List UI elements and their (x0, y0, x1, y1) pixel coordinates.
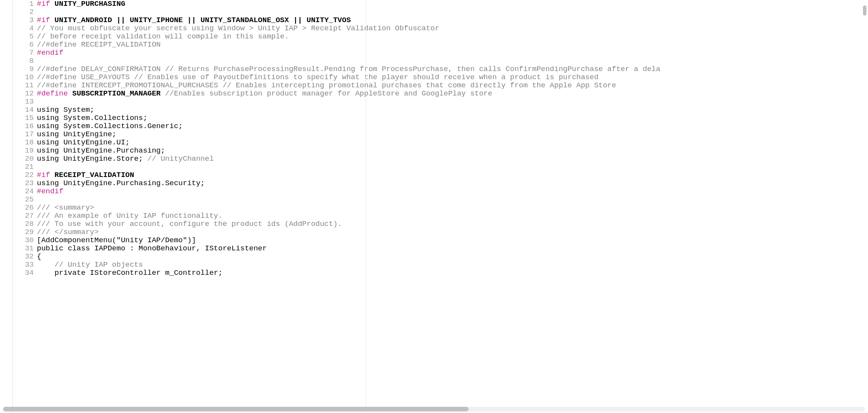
line-number: 32 (13, 253, 34, 261)
line-number: 23 (13, 179, 34, 187)
code-line[interactable]: /// <summary> (37, 204, 868, 212)
code-content[interactable]: #if UNITY_PURCHASING #if UNITY_ANDROID |… (37, 0, 868, 413)
line-number: 20 (13, 155, 34, 163)
code-line[interactable]: //#define DELAY_CONFIRMATION // Returns … (37, 65, 868, 73)
code-token: UNITY_ANDROID || UNITY_IPHONE || UNITY_S… (50, 16, 351, 24)
line-number: 9 (13, 65, 34, 73)
code-token: //Enables subscription product manager f… (165, 89, 493, 98)
line-number: 5 (13, 33, 34, 41)
line-number: 8 (13, 57, 34, 65)
code-token: /// An example of Unity IAP functionalit… (37, 212, 223, 220)
code-token: // You must obfuscate your secrets using… (37, 24, 439, 33)
code-line[interactable] (37, 8, 868, 16)
line-number: 26 (13, 204, 34, 212)
code-line[interactable]: [AddComponentMenu("Unity IAP/Demo")] (37, 236, 868, 245)
code-token: UNITY_PURCHASING (50, 0, 125, 8)
code-token: //#define RECEIPT_VALIDATION (37, 40, 161, 49)
line-number: 31 (13, 245, 34, 253)
code-line[interactable]: // You must obfuscate your secrets using… (37, 24, 868, 33)
code-line[interactable]: using UnityEngine.Store; // UnityChannel (37, 155, 868, 163)
code-line[interactable]: //#define INTERCEPT_PROMOTIONAL_PURCHASE… (37, 82, 868, 90)
code-line[interactable]: #endif (37, 187, 868, 196)
code-token: RECEIPT_VALIDATION (50, 171, 134, 179)
code-token: using System; (37, 106, 94, 114)
line-number: 30 (13, 236, 34, 245)
code-line[interactable]: #endif (37, 49, 868, 57)
line-number: 7 (13, 49, 34, 57)
code-line[interactable]: using UnityEngine; (37, 130, 868, 139)
code-line[interactable] (37, 57, 868, 65)
code-token (37, 260, 55, 269)
code-line[interactable]: #if RECEIPT_VALIDATION (37, 171, 868, 179)
code-line[interactable]: /// </summary> (37, 228, 868, 236)
code-line[interactable]: using System.Collections.Generic; (37, 122, 868, 130)
code-line[interactable]: /// To use with your account, configure … (37, 220, 868, 228)
code-line[interactable]: using UnityEngine.Purchasing; (37, 147, 868, 155)
line-number: 29 (13, 228, 34, 236)
code-line[interactable]: #if UNITY_PURCHASING (37, 0, 868, 8)
code-token: using System.Collections; (37, 114, 147, 122)
code-line[interactable]: #define SUBSCRIPTION_MANAGER //Enables s… (37, 90, 868, 98)
code-token: #if (37, 0, 50, 8)
code-token: #endif (37, 49, 63, 57)
line-number: 10 (13, 73, 34, 82)
code-token: /// </summary> (37, 228, 99, 236)
code-line[interactable]: // Unity IAP objects (37, 261, 868, 269)
code-token: #if (37, 171, 50, 179)
code-line[interactable] (37, 98, 868, 106)
line-number: 12 (13, 90, 34, 98)
line-number: 2 (13, 8, 34, 16)
code-token: using UnityEngine; (37, 130, 116, 139)
code-line[interactable]: public class IAPDemo : MonoBehaviour, IS… (37, 245, 868, 253)
code-token: [AddComponentMenu("Unity IAP/Demo")] (37, 236, 196, 245)
code-line[interactable]: // before receipt validation will compil… (37, 33, 868, 41)
code-line[interactable]: using UnityEngine.UI; (37, 139, 868, 147)
code-token: #if (37, 16, 50, 24)
line-number: 15 (13, 114, 34, 122)
line-number: 17 (13, 130, 34, 139)
code-line[interactable]: using UnityEngine.Purchasing.Security; (37, 179, 868, 187)
line-number: 21 (13, 163, 34, 171)
line-number: 3 (13, 16, 34, 24)
code-token: SUBSCRIPTION_MANAGER (68, 89, 165, 98)
code-token: //#define INTERCEPT_PROMOTIONAL_PURCHASE… (37, 81, 616, 90)
code-line[interactable]: //#define USE_PAYOUTS // Enables use of … (37, 73, 868, 82)
code-line[interactable]: /// An example of Unity IAP functionalit… (37, 212, 868, 220)
horizontal-scrollbar[interactable] (3, 407, 865, 411)
code-line[interactable]: { (37, 253, 868, 261)
vertical-scrollbar-thumb[interactable] (863, 5, 866, 16)
code-token: public class IAPDemo : MonoBehaviour, IS… (37, 244, 267, 253)
code-token: using UnityEngine.Purchasing.Security; (37, 179, 205, 187)
line-number: 22 (13, 171, 34, 179)
code-line[interactable]: using System.Collections; (37, 114, 868, 122)
code-token: private IStoreController m_Controller; (37, 269, 223, 277)
code-token: using UnityEngine.UI; (37, 138, 130, 147)
line-number: 14 (13, 106, 34, 114)
code-token: using System.Collections.Generic; (37, 122, 183, 130)
line-number: 34 (13, 269, 34, 277)
line-number: 28 (13, 220, 34, 228)
line-number: 27 (13, 212, 34, 220)
horizontal-scrollbar-thumb[interactable] (3, 407, 469, 411)
code-token: using UnityEngine.Purchasing; (37, 146, 165, 155)
line-number: 24 (13, 187, 34, 196)
code-line[interactable]: #if UNITY_ANDROID || UNITY_IPHONE || UNI… (37, 16, 868, 24)
line-number: 6 (13, 41, 34, 49)
code-line[interactable]: private IStoreController m_Controller; (37, 269, 868, 277)
code-line[interactable] (37, 163, 868, 171)
code-editor[interactable]: 1234567891011121314151617181920212223242… (12, 0, 868, 413)
code-token: #define (37, 89, 68, 98)
code-line[interactable]: using System; (37, 106, 868, 114)
line-number: 33 (13, 261, 34, 269)
vertical-scrollbar[interactable] (862, 2, 866, 404)
code-line[interactable] (37, 196, 868, 204)
code-token: //#define USE_PAYOUTS // Enables use of … (37, 73, 598, 82)
line-number-gutter: 1234567891011121314151617181920212223242… (13, 0, 37, 413)
code-token: #endif (37, 187, 63, 196)
code-token: // UnityChannel (147, 154, 214, 163)
line-number: 16 (13, 122, 34, 130)
line-number: 19 (13, 147, 34, 155)
code-line[interactable]: //#define RECEIPT_VALIDATION (37, 41, 868, 49)
line-number: 25 (13, 196, 34, 204)
line-number: 13 (13, 98, 34, 106)
